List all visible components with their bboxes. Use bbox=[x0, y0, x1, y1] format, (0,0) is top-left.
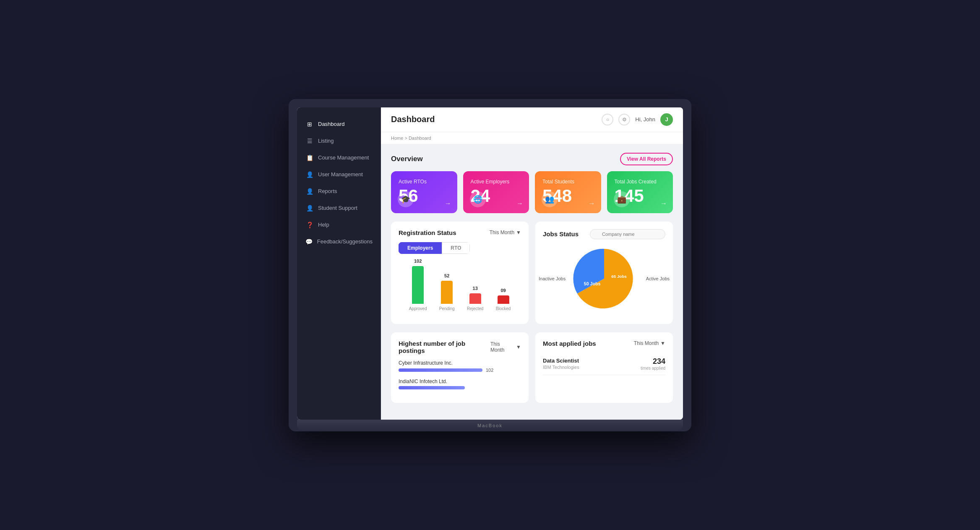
pie-chart-svg: 65 Jobs 50 Jobs bbox=[566, 245, 642, 312]
bar-label-approved: Approved bbox=[409, 306, 427, 311]
job-posting-bar-wrap-1 bbox=[399, 386, 521, 389]
sidebar-item-reports[interactable]: 👤 Reports bbox=[297, 183, 381, 200]
main-content: Dashboard ○ ⚙ Hi, John J Home > Dashboar… bbox=[381, 107, 683, 420]
header: Dashboard ○ ⚙ Hi, John J bbox=[381, 107, 683, 132]
sidebar-item-label: Dashboard bbox=[318, 121, 345, 127]
stats-row: Active RTOs 56 🎓 → Active Employers 24 🌐… bbox=[391, 171, 673, 213]
two-col-bottom: Highest number of job postings This Mont… bbox=[391, 332, 673, 403]
sidebar-item-student-support[interactable]: 👤 Student Support bbox=[297, 200, 381, 217]
job-postings-title: Highest number of job postings bbox=[399, 340, 490, 354]
tab-rto[interactable]: RTO bbox=[442, 242, 470, 254]
registration-status-card: Registration Status This Month ▼ Employe… bbox=[391, 222, 529, 324]
company-search-input[interactable] bbox=[590, 229, 665, 239]
sidebar-item-user-management[interactable]: 👤 User Management bbox=[297, 166, 381, 183]
applied-job-count-0: 234 times applied bbox=[641, 357, 665, 371]
laptop-screen: ⊞ Dashboard ☰ Listing 📋 Course Managemen… bbox=[297, 107, 683, 420]
stat-card-total-jobs[interactable]: Total Jobs Created 145 💼 → bbox=[607, 171, 673, 213]
applied-job-row-0: Data Scientist IBM Technologies 234 time… bbox=[543, 353, 665, 375]
arrow-icon: → bbox=[589, 200, 595, 207]
most-applied-jobs-card: Most applied jobs This Month ▼ Data Scie… bbox=[535, 332, 673, 403]
bar-value-pending: 52 bbox=[444, 273, 449, 278]
job-posting-bar-wrap-0: 102 bbox=[399, 368, 521, 373]
job-posting-company-0: Cyber Infrastructure Inc. bbox=[399, 360, 521, 366]
bar-shape-pending bbox=[441, 281, 453, 304]
reports-icon: 👤 bbox=[305, 187, 314, 196]
highest-job-postings-card: Highest number of job postings This Mont… bbox=[391, 332, 529, 403]
sidebar-item-label: Course Management bbox=[318, 154, 369, 161]
bar-shape-blocked bbox=[498, 295, 509, 304]
sidebar-item-label: Help bbox=[318, 222, 329, 228]
applied-job-title-0: Data Scientist bbox=[543, 358, 579, 364]
job-postings-period[interactable]: This Month ▼ bbox=[490, 341, 521, 353]
inactive-jobs-label: Inactive Jobs bbox=[539, 276, 566, 281]
pie-chart-wrapper: Inactive Jobs 65 Jobs 50 Jobs bbox=[543, 245, 665, 312]
bar-label-blocked: Blocked bbox=[496, 306, 511, 311]
laptop-brand: MacBook bbox=[477, 423, 503, 428]
notification-icon[interactable]: ○ bbox=[602, 114, 613, 125]
view-all-reports-button[interactable]: View All Reports bbox=[620, 153, 673, 165]
help-icon: ❓ bbox=[305, 221, 314, 229]
bar-label-pending: Pending bbox=[439, 306, 455, 311]
tab-employers[interactable]: Employers bbox=[399, 242, 442, 254]
avatar[interactable]: J bbox=[660, 113, 673, 126]
reg-status-header: Registration Status This Month ▼ bbox=[399, 229, 521, 236]
sidebar-item-help[interactable]: ❓ Help bbox=[297, 217, 381, 233]
most-applied-title: Most applied jobs bbox=[543, 340, 596, 347]
job-posting-val-0: 102 bbox=[486, 368, 493, 373]
company-search-wrapper bbox=[590, 229, 665, 239]
stat-label: Active RTOs bbox=[399, 179, 450, 185]
job-postings-header: Highest number of job postings This Mont… bbox=[399, 340, 521, 354]
settings-icon[interactable]: ⚙ bbox=[618, 114, 630, 125]
most-applied-period[interactable]: This Month ▼ bbox=[634, 340, 665, 346]
applied-job-company-0: IBM Technologies bbox=[543, 365, 579, 370]
sidebar-item-label: Student Support bbox=[318, 205, 357, 211]
registration-tab-group: Employers RTO bbox=[399, 242, 470, 254]
job-posting-row-0: Cyber Infrastructure Inc. 102 bbox=[399, 360, 521, 373]
stat-icon-rto: 🎓 bbox=[398, 191, 414, 207]
bar-shape-approved bbox=[412, 266, 424, 304]
most-applied-header: Most applied jobs This Month ▼ bbox=[543, 340, 665, 347]
bar-pending: 52 Pending bbox=[439, 273, 455, 311]
header-right: ○ ⚙ Hi, John J bbox=[602, 113, 673, 126]
breadcrumb: Home > Dashboard bbox=[381, 132, 683, 144]
dashboard-icon: ⊞ bbox=[305, 120, 314, 128]
bar-blocked: 09 Blocked bbox=[496, 288, 511, 311]
bar-rejected: 13 Rejected bbox=[467, 286, 483, 311]
content-area: Overview View All Reports Active RTOs 56… bbox=[381, 144, 683, 420]
sidebar-item-label: Reports bbox=[318, 188, 337, 194]
jobs-status-header: Jobs Status bbox=[543, 229, 665, 239]
bar-value-approved: 102 bbox=[414, 258, 422, 264]
listing-icon: ☰ bbox=[305, 137, 314, 145]
arrow-icon: → bbox=[516, 200, 523, 207]
stat-label: Total Jobs Created bbox=[615, 179, 666, 185]
applied-count-label-0: times applied bbox=[641, 366, 665, 371]
arrow-icon: → bbox=[660, 200, 667, 207]
overview-header: Overview View All Reports bbox=[391, 153, 673, 165]
sidebar-item-label: Feedback/Suggestions bbox=[317, 238, 373, 245]
bar-value-blocked: 09 bbox=[500, 288, 506, 293]
laptop-base: MacBook bbox=[297, 420, 683, 431]
jobs-status-title: Jobs Status bbox=[543, 230, 579, 238]
jobs-status-card: Jobs Status Inactive Jobs bbox=[535, 222, 673, 324]
sidebar-item-feedback[interactable]: 💬 Feedback/Suggestions bbox=[297, 233, 381, 250]
registration-bar-chart: 102 Approved 52 Pending 13 bbox=[399, 261, 521, 311]
sidebar-item-listing[interactable]: ☰ Listing bbox=[297, 133, 381, 149]
sidebar-item-course-management[interactable]: 📋 Course Management bbox=[297, 149, 381, 166]
job-posting-bar-0 bbox=[399, 368, 482, 372]
stat-card-active-employers[interactable]: Active Employers 24 🌐 → bbox=[463, 171, 529, 213]
stat-card-active-rtos[interactable]: Active RTOs 56 🎓 → bbox=[391, 171, 457, 213]
sidebar-item-label: User Management bbox=[318, 171, 363, 178]
stat-icon-students: 👥 bbox=[542, 191, 558, 207]
stat-card-total-students[interactable]: Total Students 548 👥 → bbox=[535, 171, 601, 213]
reg-period-selector[interactable]: This Month ▼ bbox=[490, 230, 521, 235]
sidebar-item-dashboard[interactable]: ⊞ Dashboard bbox=[297, 116, 381, 133]
bar-shape-rejected bbox=[469, 293, 481, 304]
reg-status-title: Registration Status bbox=[399, 229, 456, 236]
feedback-icon: 💬 bbox=[305, 238, 313, 246]
page-title: Dashboard bbox=[391, 115, 435, 124]
user-greeting: Hi, John bbox=[635, 116, 655, 123]
laptop-wrapper: ⊞ Dashboard ☰ Listing 📋 Course Managemen… bbox=[289, 99, 691, 431]
stat-icon-jobs: 💼 bbox=[614, 191, 630, 207]
sidebar: ⊞ Dashboard ☰ Listing 📋 Course Managemen… bbox=[297, 107, 381, 420]
sidebar-item-label: Listing bbox=[318, 138, 334, 144]
